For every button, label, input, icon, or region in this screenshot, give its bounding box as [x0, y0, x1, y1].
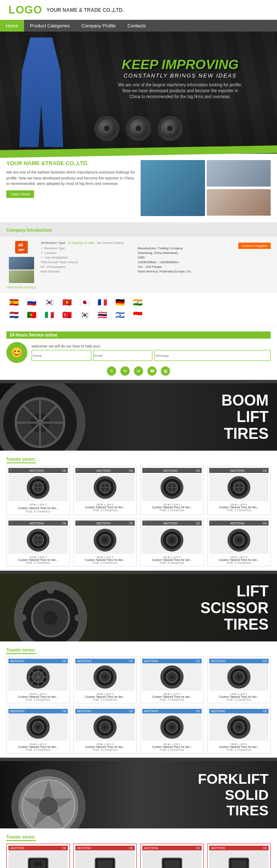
- forklift-card-4[interactable]: AEOTENGCE CE ⊕ △ ◎ ✦ ≡ Custom Tailored T…: [207, 844, 271, 868]
- svg-point-75: [237, 725, 241, 729]
- scissor-badges-7: CE ⊕ △ ◎ ✦ ≡: [142, 742, 202, 745]
- svg-point-47: [75, 614, 82, 622]
- badges-8: CE ⊕ △ ◎ ✦ ≡: [209, 556, 269, 558]
- badges-6: CE ⊕ △ ◎ ✦ ≡: [75, 556, 135, 558]
- connect-supplier-button[interactable]: Connect Supplier: [238, 243, 271, 249]
- company-intro-bar: Company Introduction:: [0, 222, 277, 237]
- svg-rect-86: [164, 860, 180, 868]
- forklift-card-1[interactable]: AEOTENGCE CE ⊕ △ ◎ ✦ ≡ Custom Tailored T…: [6, 844, 70, 868]
- product-badges-3: CE ⊕ △ ◎ ✦ ≡: [142, 503, 202, 506]
- flag-it: 🇮🇹: [42, 310, 57, 320]
- hero-desc: We are one of the largest machinery info…: [117, 82, 243, 100]
- scissor-name-7: Custom Tailored Tires for Aer...: [142, 745, 202, 748]
- boom-lift-text: BOOM LIFT TIRES: [221, 392, 269, 442]
- product-card-boom-1[interactable]: ⁸ AEOTENG CE CE ⊕ △ ◎ ✦ ≡ Custom Tailore…: [6, 466, 70, 515]
- brand-7: AEOTENG: [163, 522, 178, 525]
- chat-icon-phone[interactable]: ☎: [147, 366, 157, 376]
- flag-jp: 🇯🇵: [77, 297, 92, 307]
- scissor-card-header-6: AEOTENGCE: [75, 709, 135, 713]
- chat-icon-wechat[interactable]: W: [134, 366, 143, 376]
- scissor-card-1[interactable]: AEOTENGCE CE ⊕ △ ◎ ✦ ≡ Custom Tailored T…: [6, 657, 70, 703]
- about-title: YOUR NAME &TRADE CO.,LTD.: [6, 160, 136, 166]
- svg-rect-88: [231, 860, 247, 868]
- scissor-card-8[interactable]: AEOTENGCE CE ⊕ △ ◎ ✦ ≡ Custom Tailored T…: [207, 707, 271, 753]
- scissor-card-5[interactable]: AEOTENGCE CE ⊕ △ ◎ ✦ ≡ Custom Tailored T…: [6, 707, 70, 753]
- chat-icon-mail[interactable]: ✉: [120, 366, 130, 376]
- svg-point-34: [103, 538, 107, 542]
- price-7: FOB: 3 ChinaPrice: [142, 561, 202, 564]
- flag-vn: 🇻🇳: [59, 297, 75, 307]
- separator-2: [0, 571, 277, 574]
- chat-input-email[interactable]: [93, 350, 153, 361]
- about-left: YOUR NAME &TRADE CO.,LTD. We are one of …: [6, 160, 136, 216]
- scissor-card-4[interactable]: AEOTENGCE CE ⊕ △ ◎ ✦ ≡ Custom Tailored T…: [207, 657, 271, 703]
- nav-home[interactable]: Home: [0, 20, 24, 32]
- learn-more-button[interactable]: Learn More: [6, 190, 34, 198]
- view-more-link[interactable]: VIEW MORE DETAILS: [6, 286, 36, 289]
- product-card-boom-6[interactable]: ⁸ AEOTENG CE CE ⊕ △ ◎ ✦ ≡ Custom Tailore…: [73, 518, 137, 566]
- scissor-lift-banner: LIFT SCISSOR TIRES: [0, 574, 277, 641]
- star-4: ⁸: [211, 469, 212, 472]
- star-8: ⁸: [211, 521, 212, 525]
- scissor-img-8: [209, 713, 269, 741]
- forklift-card-3[interactable]: AEOTENGCE CE ⊕ △ ◎ ✦ ≡ Custom Tailored T…: [140, 844, 204, 868]
- about-text: We are one of the earliest factories whi…: [6, 170, 136, 187]
- contact-area: Connect Supplier: [238, 241, 271, 249]
- star-badge: ⁸: [77, 469, 78, 472]
- scissor-name-8: Custom Tailored Tires for Aer...: [209, 745, 269, 748]
- ce-4: CE: [263, 469, 267, 472]
- scissor-card-7[interactable]: AEOTENGCE CE ⊕ △ ◎ ✦ ≡ Custom Tailored T…: [140, 707, 204, 753]
- forklift-banner: FORKLIFT SOLID TIRES: [0, 761, 277, 828]
- product-card-boom-3[interactable]: ⁸ AEOTENG CE CE ⊕ △ ◎ ✦ ≡ Custom Tailore…: [140, 466, 204, 515]
- company-mini-imgs: [9, 257, 34, 283]
- flag-kr1: 🇰🇷: [42, 297, 57, 307]
- chat-icon-skype[interactable]: S: [107, 366, 116, 376]
- scissor-img-4: [209, 663, 269, 691]
- scissor-card-6[interactable]: AEOTENGCE CE ⊕ △ ◎ ✦ ≡ Custom Tailored T…: [73, 707, 137, 753]
- product-image-3: [142, 474, 202, 501]
- chat-input-name[interactable]: [32, 350, 91, 361]
- svg-point-44: [47, 587, 54, 594]
- scissor-card-2[interactable]: AEOTENGCE CE ⊕ △ ◎ ✦ ≡ Custom Tailored T…: [73, 657, 137, 703]
- scissor-img-1: [8, 663, 68, 691]
- scissor-badges-6: CE ⊕ △ ◎ ✦ ≡: [75, 742, 135, 745]
- forklift-text: FORKLIFT SOLID TIRES: [198, 771, 269, 818]
- flag-kr2: 🇰🇷: [77, 310, 92, 320]
- chat-input-message[interactable]: [154, 350, 271, 361]
- scissor-lift-text: LIFT SCISSOR TIRES: [200, 583, 269, 633]
- scissor-card-header-1: AEOTENGCE: [8, 659, 68, 663]
- svg-point-46: [19, 614, 27, 622]
- ce-7: CE: [196, 522, 200, 525]
- svg-point-37: [170, 538, 174, 542]
- forklift-products: Tuxedo series: AEOTENGCE CE ⊕ △ ◎ ✦ ≡ Cu…: [0, 828, 277, 868]
- boom-lift-products: Tuxedo series: ⁸ AEOTENG CE CE ⊕ △ ◎ ✦ ≡…: [0, 451, 277, 571]
- forklift-card-2[interactable]: AEOTENGCE CE ⊕ △ ◎ ✦ ≡ Custom Tailored T…: [73, 844, 137, 868]
- ce-badge: CE: [62, 469, 66, 472]
- forklift-header-4: AEOTENGCE: [209, 846, 269, 850]
- scissor-card-3[interactable]: AEOTENGCE CE ⊕ △ ◎ ✦ ≡ Custom Tailored T…: [140, 657, 204, 703]
- product-card-boom-4[interactable]: ⁸ AEOTENG CE CE ⊕ △ ◎ ✦ ≡ Custom Tailore…: [207, 466, 271, 515]
- forklift-product-grid: AEOTENGCE CE ⊕ △ ◎ ✦ ≡ Custom Tailored T…: [6, 844, 271, 868]
- nav-products[interactable]: Product Categories: [24, 20, 75, 32]
- forklift-title: FORKLIFT SOLID TIRES: [198, 771, 269, 818]
- nav-contacts[interactable]: Contacts: [122, 20, 152, 32]
- product-card-boom-5[interactable]: ⁸ AEOTENG CE CE ⊕ △ ◎ ✦ ≡ Custom Tailore…: [6, 518, 70, 566]
- scissor-tire-image: [4, 576, 97, 641]
- scissor-name-5: Custom Tailored Tires for Aer...: [8, 745, 68, 748]
- badges-7: CE ⊕ △ ◎ ✦ ≡: [142, 556, 202, 558]
- nav-profile[interactable]: Company Profile: [76, 20, 122, 32]
- product-card-boom-7[interactable]: ⁸ AEOTENG CE CE ⊕ △ ◎ ✦ ≡ Custom Tailore…: [140, 518, 204, 566]
- scissor-product-grid: AEOTENGCE CE ⊕ △ ◎ ✦ ≡ Custom Tailored T…: [6, 657, 271, 753]
- detail-year-label: ✓ Year Established: [40, 256, 137, 259]
- star-7: ⁸: [144, 521, 145, 525]
- chat-icon-qr[interactable]: ▦: [161, 366, 170, 376]
- product-card-boom-8[interactable]: ⁸ AEOTENG CE CE ⊕ △ ◎ ✦ ≡ Custom Tailore…: [207, 518, 271, 566]
- scissor-name-1: Custom Tailored Tires for Aer...: [8, 695, 68, 698]
- scissor-lift-title: LIFT SCISSOR TIRES: [200, 583, 269, 633]
- product-card-boom-2[interactable]: ⁸ AEOTENG CE CE ⊕ △ ◎ ✦ ≡ Custom Tailore…: [73, 466, 137, 515]
- scissor-badges-3: CE ⊕ △ ◎ ✦ ≡: [142, 692, 202, 695]
- detail-volume-val: USD$1Million - USD$2Million: [138, 260, 234, 264]
- card-header-4: ⁸ AEOTENG CE: [209, 468, 269, 473]
- ce-5: CE: [62, 522, 66, 525]
- product-image-4: [209, 474, 269, 501]
